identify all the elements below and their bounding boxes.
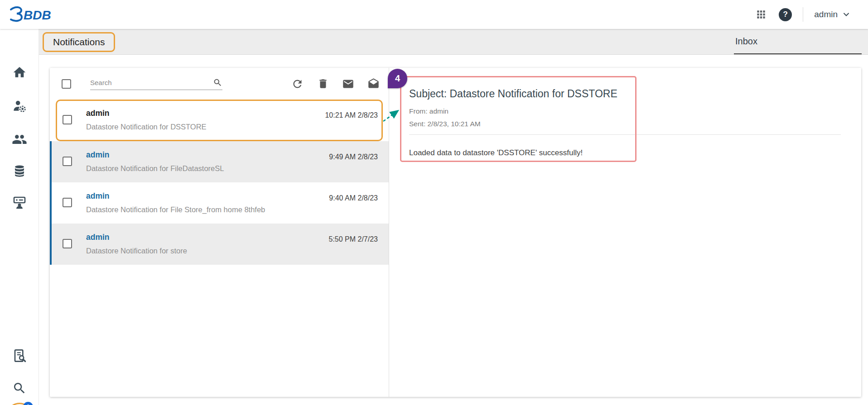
message-detail-pane: 4 Subject: Datastore Notification for DS… bbox=[389, 68, 861, 397]
mail-open-icon bbox=[367, 78, 380, 90]
message-texts: admin Datastore Notification for store bbox=[86, 233, 187, 255]
annotation-arrow-icon bbox=[381, 107, 403, 125]
user-gear-icon bbox=[12, 99, 27, 113]
sidebar-item-datastore[interactable] bbox=[10, 162, 29, 180]
select-all-checkbox[interactable] bbox=[62, 79, 71, 89]
bdb-logo-icon: BDB bbox=[8, 5, 59, 24]
mail-closed-icon bbox=[342, 78, 354, 90]
search-field bbox=[90, 78, 222, 90]
sidebar-item-workspace[interactable] bbox=[10, 194, 29, 212]
page-title-bar: Notifications Inbox bbox=[39, 29, 868, 55]
user-name-label: admin bbox=[814, 10, 838, 19]
message-time: 9:40 AM 2/8/23 bbox=[329, 194, 378, 202]
message-time: 9:49 AM 2/8/23 bbox=[329, 153, 378, 161]
bdb-logo[interactable]: BDB bbox=[8, 5, 59, 24]
message-row[interactable]: admin Datastore Notification for File St… bbox=[50, 182, 389, 224]
message-sender: admin bbox=[86, 191, 265, 201]
message-texts: admin Datastore Notification for File St… bbox=[86, 191, 265, 214]
apps-grid-icon[interactable] bbox=[754, 8, 768, 21]
sidebar-item-home[interactable] bbox=[10, 63, 29, 81]
message-subject: Datastore Notification for FileDatastore… bbox=[86, 164, 224, 173]
message-subject: Datastore Notification for File Store_fr… bbox=[86, 205, 265, 214]
tab-inbox-label: Inbox bbox=[735, 36, 757, 47]
sidebar-item-audit[interactable] bbox=[10, 347, 29, 365]
tab-inbox[interactable]: Inbox bbox=[734, 29, 862, 54]
topbar-divider bbox=[803, 7, 803, 22]
chevron-down-icon bbox=[842, 10, 851, 19]
sidebar: 3 bbox=[0, 29, 39, 405]
annotation-step-badge: 4 bbox=[388, 69, 407, 88]
notifications-card: admin Datastore Notification for DSSTORE… bbox=[50, 68, 861, 397]
search-input[interactable] bbox=[90, 79, 213, 86]
page-title-label: Notifications bbox=[53, 37, 105, 47]
sidebar-item-user-settings[interactable] bbox=[10, 97, 29, 115]
list-toolbar bbox=[50, 68, 389, 100]
message-rows: admin Datastore Notification for DSSTORE… bbox=[50, 100, 389, 265]
message-sender: admin bbox=[86, 109, 207, 118]
message-sender: admin bbox=[86, 150, 224, 160]
message-sender: admin bbox=[86, 233, 187, 242]
message-checkbox[interactable] bbox=[63, 198, 72, 207]
detail-from: From: admin bbox=[409, 107, 841, 115]
users-group-icon bbox=[12, 132, 27, 147]
message-checkbox[interactable] bbox=[63, 115, 72, 124]
message-subject: Datastore Notification for DSSTORE bbox=[86, 123, 207, 131]
mark-unread-button[interactable] bbox=[342, 78, 354, 90]
mark-read-button[interactable] bbox=[367, 78, 380, 90]
database-icon bbox=[13, 164, 26, 178]
message-checkbox[interactable] bbox=[63, 239, 72, 248]
message-checkbox[interactable] bbox=[63, 157, 72, 166]
user-menu[interactable]: admin bbox=[814, 10, 851, 19]
message-row-selected[interactable]: admin Datastore Notification for DSSTORE… bbox=[56, 100, 383, 141]
page-title: Notifications bbox=[43, 32, 115, 52]
notification-count-badge: 3 bbox=[23, 402, 33, 405]
search-icon bbox=[213, 78, 222, 87]
message-row[interactable]: admin Datastore Notification for FileDat… bbox=[50, 141, 389, 182]
sidebar-item-search[interactable] bbox=[10, 379, 29, 397]
topbar-actions: ? admin bbox=[754, 7, 851, 22]
trash-icon bbox=[317, 78, 329, 90]
detail-divider bbox=[409, 134, 841, 135]
refresh-icon bbox=[291, 78, 304, 90]
detail-sent: Sent: 2/8/23, 10:21 AM bbox=[409, 120, 841, 128]
message-row[interactable]: admin Datastore Notification for store 5… bbox=[50, 224, 389, 265]
home-icon bbox=[12, 65, 27, 80]
sidebar-item-users[interactable] bbox=[10, 130, 29, 148]
document-search-icon bbox=[12, 348, 27, 363]
message-time: 5:50 PM 2/7/23 bbox=[328, 235, 378, 243]
top-bar: BDB ? admin bbox=[0, 0, 868, 29]
detail-subject: Subject: Datastore Notification for DSST… bbox=[409, 88, 841, 100]
help-icon[interactable]: ? bbox=[779, 8, 792, 21]
delete-button[interactable] bbox=[317, 78, 329, 90]
toolbar-actions bbox=[291, 78, 380, 90]
search-icon bbox=[12, 381, 27, 395]
message-list-pane: admin Datastore Notification for DSSTORE… bbox=[50, 68, 389, 397]
board-user-icon bbox=[12, 195, 27, 210]
detail-body: Loaded data to datastore 'DSSTORE' succe… bbox=[409, 148, 841, 157]
message-texts: admin Datastore Notification for DSSTORE bbox=[86, 109, 207, 131]
message-subject: Datastore Notification for store bbox=[86, 247, 187, 255]
message-time: 10:21 AM 2/8/23 bbox=[325, 111, 378, 119]
message-texts: admin Datastore Notification for FileDat… bbox=[86, 150, 224, 173]
logo-text: BDB bbox=[24, 8, 51, 22]
refresh-button[interactable] bbox=[291, 78, 304, 90]
sidebar-item-notifications[interactable]: 3 bbox=[6, 403, 33, 405]
